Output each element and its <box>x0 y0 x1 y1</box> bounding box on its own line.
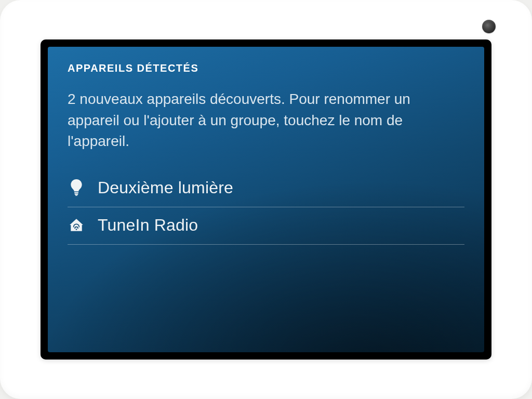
device-item-light[interactable]: Deuxième lumière <box>68 170 464 207</box>
svg-rect-1 <box>75 194 78 195</box>
svg-rect-2 <box>75 195 77 196</box>
device-item-tunein[interactable]: TuneIn Radio <box>68 207 464 245</box>
svg-point-3 <box>76 229 77 231</box>
screen-bezel: APPAREILS DÉTECTÉS 2 nouveaux appareils … <box>41 39 491 360</box>
device-list: Deuxième lumière TuneIn Radio <box>68 170 464 245</box>
page-title: APPAREILS DÉTECTÉS <box>68 62 464 74</box>
discovery-description: 2 nouveaux appareils découverts. Pour re… <box>68 89 457 152</box>
house-icon <box>69 216 84 234</box>
bulb-icon <box>69 179 84 196</box>
device-label: Deuxième lumière <box>98 178 233 197</box>
device-label: TuneIn Radio <box>98 216 198 235</box>
device-frame: APPAREILS DÉTECTÉS 2 nouveaux appareils … <box>0 0 532 399</box>
screen: APPAREILS DÉTECTÉS 2 nouveaux appareils … <box>48 47 484 352</box>
camera-lens <box>482 20 496 33</box>
svg-rect-0 <box>74 192 78 193</box>
